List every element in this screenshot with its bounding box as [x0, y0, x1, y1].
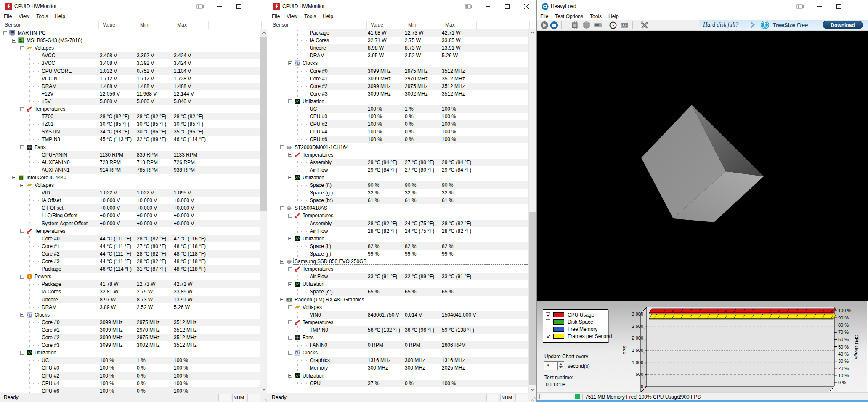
sensor-row[interactable]: TZ0130 °C (85 °F)30 °C (85 °F)30 °C (85 …: [1, 120, 261, 128]
sensor-group-row[interactable]: Temperatures: [269, 212, 529, 219]
menu-view[interactable]: View: [15, 13, 33, 21]
device-row[interactable]: MSI B85-G43 (MS-7816): [1, 37, 261, 44]
menu-tools[interactable]: Tools: [301, 13, 319, 21]
expand-collapse-box[interactable]: [280, 206, 284, 210]
sensor-group-row[interactable]: Utilization: [269, 174, 529, 181]
sensor-row[interactable]: CPU #0100 %0 %100 %: [269, 113, 529, 120]
sensor-row[interactable]: Air Flow28 °C (82 °F)24 °C (75 °F)28 °C …: [269, 227, 529, 235]
sensor-row[interactable]: TZ0028 °C (82 °F)28 °C (82 °F)28 °C (82 …: [1, 113, 261, 120]
treesize-ad-banner[interactable]: Hard disk full? TreeSize Free Download: [699, 20, 868, 30]
test-duration-icon[interactable]: [609, 21, 617, 29]
scroll-down-button[interactable]: [260, 386, 267, 393]
sensor-row[interactable]: Space (g:)32 %32 %32 %: [269, 189, 529, 197]
sensor-row[interactable]: Core #23099 MHz2975 MHz3512 MHz: [269, 83, 529, 90]
sensor-row[interactable]: VIN0846061.750 V0.014 V1504641.000 V: [269, 311, 529, 319]
vertical-scrollbar[interactable]: [528, 29, 536, 393]
minimize-button[interactable]: [810, 0, 829, 13]
scroll-down-button[interactable]: [529, 386, 536, 393]
stress-disk-icon[interactable]: [582, 21, 591, 29]
sensor-row[interactable]: Core #13099 MHz2970 MHz3512 MHz: [1, 326, 261, 334]
titlebar[interactable]: CPUID HWMonitor: [268, 0, 536, 13]
sensor-group-row[interactable]: Fans: [269, 334, 529, 341]
sensor-row[interactable]: AUXFANIN0723 RPM718 RPM726 RPM: [1, 159, 261, 166]
expand-collapse-box[interactable]: [288, 99, 292, 103]
expand-collapse-box[interactable]: [12, 39, 16, 43]
menu-view[interactable]: View: [283, 13, 301, 21]
sensor-row[interactable]: Graphics1316 MHz300 MHz1316 MHz: [269, 357, 529, 364]
sensor-row[interactable]: Uncore8.97 W8.73 W13.91 W: [1, 296, 261, 303]
resize-grip-icon[interactable]: [262, 396, 267, 401]
sensor-row[interactable]: CPU #6100 %0 %100 %: [269, 136, 529, 143]
expand-collapse-box[interactable]: [288, 153, 292, 157]
expand-collapse-box[interactable]: [20, 229, 24, 233]
column-header-max[interactable]: Max: [173, 21, 209, 29]
sensor-row[interactable]: Memory300 MHz300 MHz2025 MHz: [269, 364, 529, 372]
column-header-sensor[interactable]: Sensor: [269, 21, 367, 29]
sensor-row[interactable]: Core #23099 MHz2975 MHz3512 MHz: [1, 334, 261, 341]
sensor-row[interactable]: Package41.78 W12.73 W42.71 W: [1, 280, 261, 288]
sensor-group-row[interactable]: Utilization: [1, 349, 261, 357]
close-button[interactable]: [848, 0, 868, 13]
sensor-row[interactable]: Space (j:)99 %99 %99 %: [269, 250, 529, 258]
expand-collapse-box[interactable]: [20, 275, 24, 279]
sensor-row[interactable]: SYSTIN34 °C (93 °F)30 °C (86 °F)35 °C (9…: [1, 128, 261, 136]
sensor-row[interactable]: TMPIN345 °C (113 °F)32 °C (89 °F)46 °C (…: [1, 136, 261, 143]
sensor-group-row[interactable]: Temperatures: [1, 227, 261, 235]
sensor-group-row[interactable]: Clocks: [269, 59, 529, 67]
sensor-row[interactable]: Package41.68 W12.73 W42.71 W: [269, 29, 529, 37]
sensor-row[interactable]: Core #13099 MHz2970 MHz3512 MHz: [269, 75, 529, 83]
sensor-row[interactable]: Space (i:)82 %82 %82 %: [269, 242, 529, 250]
minimize-button[interactable]: [210, 0, 229, 13]
sensor-row[interactable]: IA Offset+0.000 V+0.000 V+0.000 V: [1, 197, 261, 204]
sensor-group-row[interactable]: Utilization: [269, 372, 529, 380]
maximize-button[interactable]: [229, 0, 248, 13]
column-header-value[interactable]: Value: [367, 21, 404, 29]
sensor-group-row[interactable]: Voltages: [1, 181, 261, 189]
column-header-max[interactable]: Max: [441, 21, 477, 29]
device-row[interactable]: ST2000DM001-1CH164: [269, 144, 529, 151]
sensor-row[interactable]: Space (f:)90 %90 %90 %: [269, 181, 529, 189]
sensor-group-row[interactable]: Utilization: [269, 98, 529, 105]
sensor-row[interactable]: CPU #2100 %0 %100 %: [1, 372, 261, 380]
sensor-row[interactable]: Assembly28 °C (82 °F)24 °C (75 °F)28 °C …: [269, 220, 529, 227]
sensor-row[interactable]: AVCC3.408 V3.392 V3.424 V: [1, 52, 261, 59]
stress-memory-icon[interactable]: [594, 21, 602, 29]
sensor-row[interactable]: CPU VCORE1.032 V0.752 V1.104 V: [1, 67, 261, 75]
expand-collapse-box[interactable]: [288, 336, 292, 340]
maximize-button[interactable]: [497, 0, 517, 13]
expand-collapse-box[interactable]: [20, 351, 24, 355]
stress-cpu-icon[interactable]: [571, 21, 579, 29]
sensor-group-row[interactable]: Temperatures: [269, 151, 529, 159]
options-tools-icon[interactable]: [640, 21, 649, 29]
sensor-row[interactable]: CPUFANIN1130 RPM839 RPM1133 RPM: [1, 151, 261, 159]
sensor-row[interactable]: GPU37 %0 %100 %: [269, 380, 529, 387]
expand-collapse-box[interactable]: [288, 351, 292, 355]
column-header-blank[interactable]: [209, 21, 262, 29]
sensor-group-row[interactable]: Voltages: [269, 303, 529, 311]
expand-collapse-box[interactable]: [288, 214, 292, 218]
titlebar[interactable]: CPUID HWMonitor: [0, 0, 268, 13]
sensor-group-row[interactable]: Temperatures: [269, 265, 529, 273]
sensor-row[interactable]: Core #03099 MHz2975 MHz3512 MHz: [1, 319, 261, 326]
sensor-row[interactable]: Assembly29 °C (84 °F)27 °C (80 °F)29 °C …: [269, 159, 529, 166]
vertical-scrollbar[interactable]: [260, 29, 267, 393]
titlebar[interactable]: HeavyLoad: [537, 0, 868, 13]
sensor-row[interactable]: Core #03099 MHz2975 MHz3512 MHz: [269, 67, 529, 75]
sensor-row[interactable]: TMPIN056 °C (132 °F)36 °C (96 °F)59 °C (…: [269, 326, 529, 334]
scroll-up-button[interactable]: [260, 29, 267, 36]
device-row[interactable]: Samsung SSD 850 EVO 250GB: [269, 258, 529, 265]
expand-collapse-box[interactable]: [20, 145, 24, 149]
stop-test-button[interactable]: [550, 21, 558, 29]
device-row[interactable]: Intel Core i5 4440: [1, 174, 261, 181]
expand-collapse-box[interactable]: [288, 320, 292, 324]
sensor-row[interactable]: Air Flow33 °C (91 °F)32 °C (89 °F)33 °C …: [269, 273, 529, 280]
sensor-row[interactable]: VCCIN1.712 V1.712 V1.728 V: [1, 75, 261, 83]
sensor-row[interactable]: Core #33099 MHz3002 MHz3512 MHz: [1, 341, 261, 349]
scroll-up-button[interactable]: [529, 29, 536, 36]
sensor-row[interactable]: CPU #2100 %0 %100 %: [269, 120, 529, 128]
expand-collapse-box[interactable]: [20, 107, 24, 111]
menu-tools[interactable]: Tools: [33, 13, 51, 21]
device-row[interactable]: MARTIN-PC: [1, 29, 261, 37]
expand-collapse-box[interactable]: [280, 260, 284, 264]
menu-file[interactable]: File: [268, 13, 283, 21]
